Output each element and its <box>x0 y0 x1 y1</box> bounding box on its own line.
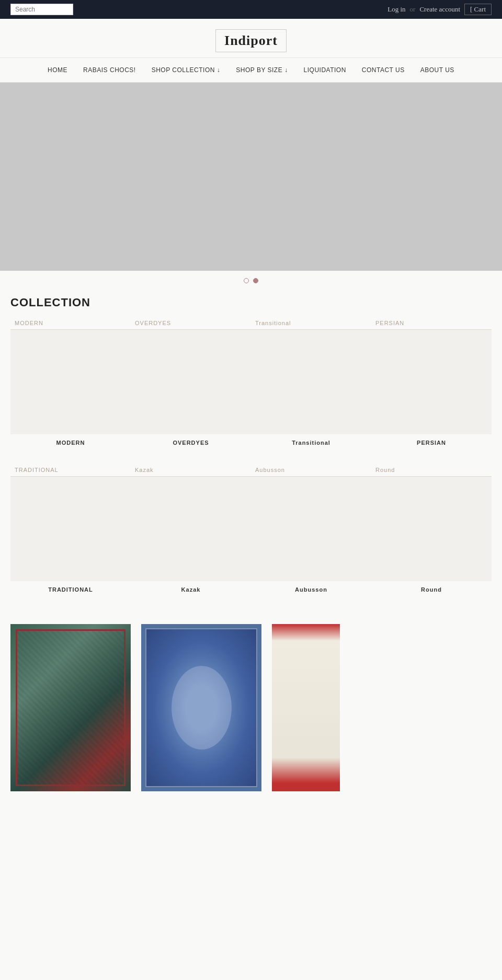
collection-label-transitional-bottom: Transitional <box>251 434 371 456</box>
collection-image-persian <box>371 330 492 434</box>
collection-item-aubusson[interactable]: Aubusson Aubusson <box>251 467 371 603</box>
product-card-1[interactable] <box>10 624 131 791</box>
cart-button[interactable]: [ Cart <box>464 4 492 15</box>
product-image-2 <box>141 624 261 791</box>
collection-label-aubusson-bottom: Aubusson <box>251 581 371 603</box>
nav-shop-collection[interactable]: SHOP COLLECTION ↓ <box>152 66 221 74</box>
collection-label-round-top: Round <box>371 467 492 477</box>
collection-label-traditional-top: TRADITIONAL <box>10 467 131 477</box>
collection-label-modern-bottom: MODERN <box>10 434 131 456</box>
logo-area: Indiport <box>0 19 502 57</box>
product-card-2[interactable] <box>141 624 261 791</box>
collection-label-overdyes-top: OVERDYES <box>131 320 251 330</box>
main-nav: HOME RABAIS CHOCS! SHOP COLLECTION ↓ SHO… <box>0 57 502 83</box>
collection-label-kazak-top: Kazak <box>131 467 251 477</box>
collection-label-round-bottom: Round <box>371 581 492 603</box>
collection-item-traditional[interactable]: TRADITIONAL TRADITIONAL <box>10 467 131 603</box>
products-row <box>0 614 502 791</box>
collection-label-aubusson-top: Aubusson <box>251 467 371 477</box>
top-bar: Log in or Create account [ Cart <box>0 0 502 19</box>
site-logo[interactable]: Indiport <box>215 29 287 52</box>
search-input[interactable] <box>10 4 73 15</box>
collection-label-persian-top: PERSIAN <box>371 320 492 330</box>
login-link[interactable]: Log in <box>387 5 405 14</box>
or-separator: or <box>410 5 416 14</box>
collection-image-overdyes <box>131 330 251 434</box>
collection-section: COLLECTION MODERN MODERN OVERDYES OVERDY… <box>0 291 502 614</box>
collection-label-traditional-bottom: TRADITIONAL <box>10 581 131 603</box>
collection-image-aubusson <box>251 477 371 581</box>
collection-label-persian-bottom: PERSIAN <box>371 434 492 456</box>
carousel-dot-2[interactable] <box>253 278 258 283</box>
collection-image-round <box>371 477 492 581</box>
carousel-dot-1[interactable] <box>244 278 249 283</box>
collection-title: COLLECTION <box>10 296 492 309</box>
collection-label-kazak-bottom: Kazak <box>131 581 251 603</box>
collection-item-kazak[interactable]: Kazak Kazak <box>131 467 251 603</box>
collection-row-1: MODERN MODERN OVERDYES OVERDYES Transiti… <box>10 320 492 456</box>
carousel-dots <box>0 271 502 291</box>
nav-rabais[interactable]: RABAIS CHOCS! <box>83 66 136 74</box>
product-card-3[interactable] <box>272 624 340 791</box>
top-right-nav: Log in or Create account [ Cart <box>387 4 492 15</box>
collection-label-transitional-top: Transitional <box>251 320 371 330</box>
nav-shop-by-size[interactable]: SHOP BY SIZE ↓ <box>236 66 288 74</box>
collection-image-modern <box>10 330 131 434</box>
product-image-1 <box>10 624 131 791</box>
nav-liquidation[interactable]: LIQUIDATION <box>304 66 346 74</box>
collection-label-overdyes-bottom: OVERDYES <box>131 434 251 456</box>
collection-item-persian[interactable]: PERSIAN PERSIAN <box>371 320 492 456</box>
collection-item-overdyes[interactable]: OVERDYES OVERDYES <box>131 320 251 456</box>
collection-image-transitional <box>251 330 371 434</box>
nav-home[interactable]: HOME <box>48 66 67 74</box>
collection-image-traditional <box>10 477 131 581</box>
collection-item-round[interactable]: Round Round <box>371 467 492 603</box>
collection-image-kazak <box>131 477 251 581</box>
nav-about-us[interactable]: ABOUT US <box>420 66 454 74</box>
nav-contact-us[interactable]: CONTACT US <box>362 66 405 74</box>
create-account-link[interactable]: Create account <box>419 5 460 14</box>
hero-banner <box>0 83 502 271</box>
collection-item-transitional[interactable]: Transitional Transitional <box>251 320 371 456</box>
collection-item-modern[interactable]: MODERN MODERN <box>10 320 131 456</box>
search-wrap <box>10 4 73 15</box>
product-image-3 <box>272 624 340 791</box>
collection-label-modern-top: MODERN <box>10 320 131 330</box>
collection-row-2: TRADITIONAL TRADITIONAL Kazak Kazak Aubu… <box>10 467 492 603</box>
